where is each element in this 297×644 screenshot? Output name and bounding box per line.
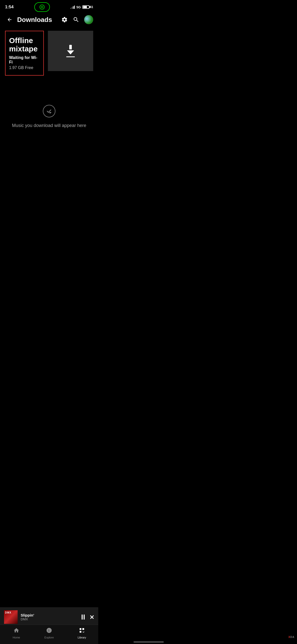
battery: 61: [82, 5, 93, 9]
battery-icon: [82, 5, 89, 9]
empty-state-text: Music you download will appear here: [12, 122, 86, 129]
check-download-icon: [43, 105, 55, 117]
mixtape-title: Offline mixtape: [9, 36, 40, 53]
app-logo-icon: [39, 4, 45, 10]
status-center: [34, 2, 50, 12]
mixtape-storage: 1.97 GB Free: [9, 66, 40, 70]
header-icons: [61, 15, 93, 24]
battery-level: [83, 6, 87, 8]
status-right: 5G 61: [70, 5, 93, 9]
app-indicator: [34, 2, 50, 12]
signal-bars: [70, 5, 75, 9]
header: Downloads: [0, 13, 98, 27]
empty-state: Music you download will appear here: [0, 90, 98, 144]
download-stem: [69, 45, 72, 49]
battery-text: 61: [90, 5, 93, 9]
search-button[interactable]: [73, 16, 80, 23]
offline-mixtape-info[interactable]: Offline mixtape Waiting for Wi-Fi 1.97 G…: [5, 31, 44, 76]
status-bar: 1:54 5G 61: [0, 0, 98, 13]
user-avatar[interactable]: [84, 15, 93, 24]
settings-button[interactable]: [61, 16, 68, 23]
download-icon: [66, 45, 75, 57]
network-type: 5G: [76, 5, 81, 9]
status-time: 1:54: [5, 5, 14, 10]
offline-mixtape-section: Offline mixtape Waiting for Wi-Fi 1.97 G…: [0, 27, 98, 80]
download-arrow: [67, 50, 74, 54]
avatar-image: [84, 15, 93, 24]
download-base: [66, 56, 75, 57]
page-title: Downloads: [17, 16, 58, 24]
download-box[interactable]: [48, 31, 93, 71]
mixtape-status: Waiting for Wi-Fi: [9, 55, 40, 65]
back-button[interactable]: [5, 15, 14, 24]
